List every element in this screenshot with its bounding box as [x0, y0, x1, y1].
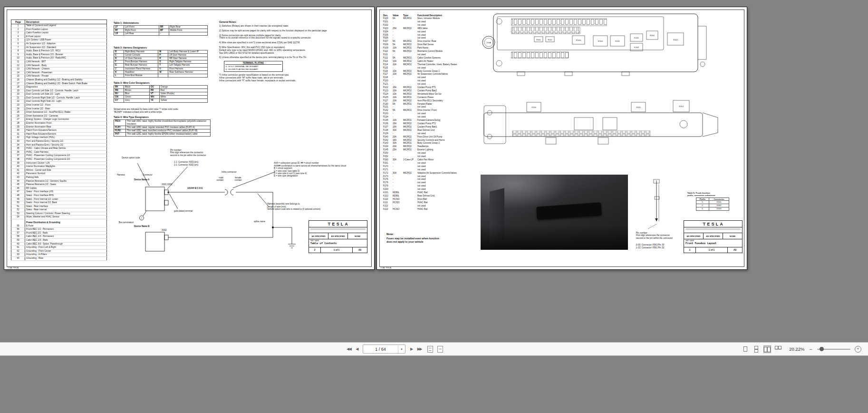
material-spec: AS SPECIFIED	[684, 233, 704, 239]
toc-row: 5 12V Outlets / USB Power	[11, 39, 107, 42]
fuse-row: F160 30A J-Case-LP Cabin Fan Motor	[383, 158, 471, 162]
zoom-slider-handle[interactable]	[820, 347, 824, 351]
page-navigation-group: ◀◀ ◀ 1 / 64 ▾ ▶ ▶▶	[345, 343, 443, 355]
page-number-select[interactable]: 1 / 64 ▾	[363, 344, 405, 354]
finish-spec: AS SPECIFIED	[328, 233, 348, 239]
pdf-toolbar: ◀◀ ◀ 1 / 64 ▾ ▶ ▶▶ 20.22% − +	[0, 342, 868, 356]
fuse-row: F113 10A MICRO2 Cabin Air Heater	[383, 60, 471, 63]
table-title: Table 3: Wire Color Designators	[114, 81, 208, 84]
fuse-row: F178 - not used	[383, 181, 471, 185]
table-row: BN Brown RD Red	[114, 88, 208, 92]
connector-x111-label: X111	[636, 106, 641, 108]
gold-terminal-label: gold plated terminal	[174, 210, 193, 212]
revision-number: 2	[309, 247, 321, 253]
toc-row: 11 CAN Network - BFT	[11, 60, 107, 64]
first-page-button[interactable]: ◀◀	[345, 346, 352, 352]
tesla-logo: TESLA	[684, 221, 742, 227]
table-row: K Headliner W Rear Subframe Harness	[114, 70, 208, 74]
fuse-row: F152 - not used	[383, 155, 471, 158]
toc-row: 10 Audio, Base & Premium 3/3 - Radio/MIC	[11, 57, 107, 60]
toc-row: 19 Door Controls Left Side 1/2 - Control…	[11, 89, 107, 93]
fuse-row: F140 20A MICRO2 Front Drive Unit Oil Pum…	[383, 136, 471, 139]
fit-page-icon[interactable]	[427, 346, 433, 353]
table-row: B Right Body Harness M Left Body Harness…	[114, 50, 208, 53]
fuse-note: Note: Fuses may be installed even when f…	[386, 233, 491, 243]
fuse-row: F124 10A MICRO2 Windshield Wiper De-Ice	[383, 93, 471, 96]
fuse-row: F172 30A MICRO2 Adaptive Air Suspension …	[383, 172, 471, 175]
toc-row: 40 Interior Illumination Maplights	[11, 165, 107, 169]
zoom-in-button[interactable]: +	[855, 346, 861, 353]
fuse-row: F123 15A MICRO2 Coolant Pump Batt2	[383, 89, 471, 93]
device-b-label: Device Name B	[134, 225, 150, 227]
fuse-row: F122 15A MICRO2 Coolant Pump PT1	[383, 86, 471, 89]
fuse-row: F176 - not used	[383, 178, 471, 181]
table-row: GN Green WH White	[114, 96, 208, 99]
chevron-down-icon: ▾	[398, 345, 405, 353]
part-name-value: Table of Contents	[310, 242, 367, 245]
fuse-row: F133 - not used	[383, 112, 471, 116]
megafuse-150a-label: 150A	[486, 41, 491, 44]
sheet-size: A0	[728, 247, 742, 253]
table-row: L Front End Module	[114, 74, 208, 77]
last-page-button[interactable]: ▶▶	[416, 346, 423, 352]
toc-row: 20 Door Controls Left Side 2/2 - Light	[11, 93, 107, 97]
fusebox-top-view-diagram: 150A F150 F152 K100 K110 K111 K101 K102 …	[479, 12, 717, 93]
note-body: Fuses may be installed even when functio…	[386, 237, 491, 243]
fuse-row: F103 25A MICRO2 ABS Valve	[383, 27, 471, 30]
toc-row: 39 Instrument Cluster / LIN	[11, 161, 107, 165]
page-1-table-of-contents: 1/1(A0 TESLA) Page Description 1 Tabl	[4, 7, 375, 270]
wire-legend-line: E = wire type designation	[274, 175, 369, 177]
toc-row: 32 High Voltage Interlock (HVIL)	[11, 136, 107, 140]
scale-spec: NONE	[723, 233, 742, 239]
general-notes: General Notes: 1) Switches (Relays) are …	[219, 20, 369, 84]
general-note: 1) Switches (Relays) are shown in their …	[219, 25, 369, 28]
dual-page-view-icon[interactable]	[764, 346, 771, 353]
toc-row: 8 Audio, Base & Premium 1/3 - MCU	[11, 49, 107, 53]
toc-header-page: Page	[11, 20, 25, 24]
fuse-row: F170 - not used	[383, 165, 471, 168]
toc-row: 52 Seats - Rear Internal	[11, 208, 107, 212]
table-row: 3- X563	[696, 207, 729, 210]
toc-row: 51 Seats - Rear Interface	[11, 205, 107, 208]
single-page-view-icon[interactable]	[742, 346, 749, 353]
fuse-row: F107 5A MICRO2 Drive Inverter, Rear	[383, 40, 471, 43]
toc-row: 48 Seats - Front Interface RHS	[11, 194, 107, 197]
general-note: 7) Inline connector gender specification…	[219, 74, 369, 82]
device-b-connector-label: X002	[162, 229, 167, 231]
title-block-fine-print	[684, 227, 742, 233]
connector-x112-side-label: X112	[679, 105, 684, 108]
fuse-row: F138 30A MICRO2 Rear Defrost Grid	[383, 129, 471, 132]
fuse-row: F116 10A MICRO2 Body Controls Group 1	[383, 70, 471, 73]
next-page-button[interactable]: ▶	[409, 346, 414, 352]
previous-page-button[interactable]: ◀	[354, 346, 359, 352]
toc-row: 46 RF Cables	[11, 187, 107, 190]
scale-spec: NONE	[348, 233, 367, 239]
continuous-view-icon[interactable]	[753, 346, 760, 353]
toc-row: 37 HVAC - Powertrain Cooling Components …	[11, 154, 107, 158]
table-row: D LF Door Harness R RR Door Harness	[114, 57, 208, 60]
table-row: LF Left Front RR Right Rear	[114, 25, 208, 29]
toc-row: 62 Grounding - Front Center	[11, 249, 107, 253]
zoom-out-button[interactable]: −	[809, 346, 813, 353]
fuse-row: F135 10A MICRO2 Forward Camera Defog	[383, 119, 471, 122]
fuse-row: F125 10A MICRO2 Contactor Power	[383, 96, 471, 99]
fuse-row: F100 5A MICRO2 Siren, Intrusion Module	[383, 17, 471, 20]
dual-continuous-view-icon[interactable]	[775, 346, 781, 353]
table-row: G Rear Bumper Harness T Left Tailgate Ha…	[114, 64, 208, 67]
toc-row: 7 Air Suspension 2/2 - Standard	[11, 46, 107, 49]
fuse-row: F108 5A MICRO2 Drive Rail Sense	[383, 43, 471, 47]
assembly-note-line: Vehicle option code wire is related to […	[267, 208, 362, 210]
toc-row: 18 Diagnostics	[11, 86, 107, 89]
harness-label: Harness	[117, 174, 125, 176]
zoom-level: 20.22%	[786, 346, 805, 352]
fuse-row: F127 10A MICRO2 Auto Pilot ECU Secondary	[383, 99, 471, 103]
fuse-row: K112 - not used	[383, 205, 471, 208]
terminal-plating-title: TERMINAL PLATING	[225, 62, 281, 65]
toc-row: 27 Energy System - Charger Logic Connect…	[11, 118, 107, 122]
zoom-slider[interactable]	[817, 349, 850, 350]
toc-row: 38 HVAC - Powertrain Cooling Components …	[11, 157, 107, 161]
table-of-contents: Page Description 1 Table of Contents and…	[11, 20, 107, 261]
fit-width-icon[interactable]	[437, 346, 443, 353]
fuse-row: F121 - not used	[383, 83, 471, 86]
toc-row: 33 Horn and Passive Entry / Security 1/2	[11, 140, 107, 144]
